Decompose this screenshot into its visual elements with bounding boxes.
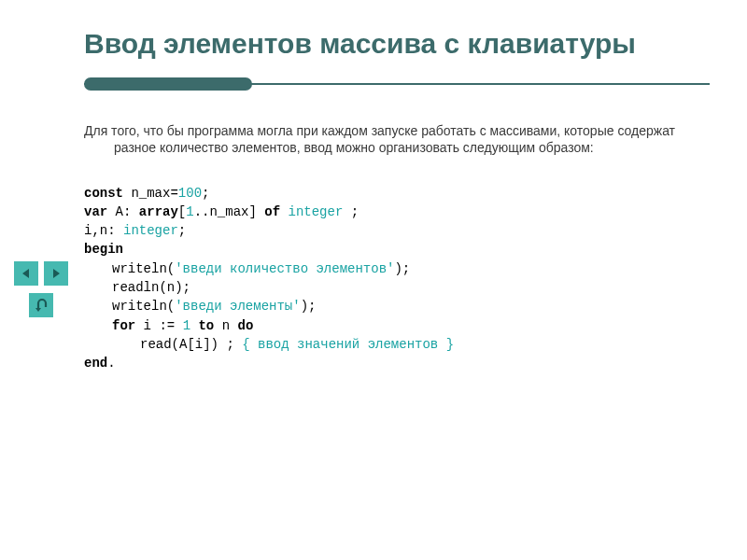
svg-marker-2 xyxy=(35,308,41,312)
arrow-left-icon xyxy=(20,267,33,280)
nav-controls xyxy=(13,261,69,317)
title-underline xyxy=(84,77,710,91)
arrow-right-icon xyxy=(49,267,63,280)
svg-marker-1 xyxy=(53,269,60,278)
code-block: const n_max=100; var A: array[1..n_max] … xyxy=(84,164,710,372)
slide-title: Ввод элементов массива с клавиатуры xyxy=(84,28,710,61)
u-turn-icon xyxy=(34,298,49,313)
nav-prev-button[interactable] xyxy=(14,261,38,286)
nav-home-button[interactable] xyxy=(29,293,53,317)
nav-next-button[interactable] xyxy=(44,261,68,286)
svg-marker-0 xyxy=(22,269,29,278)
intro-text: Для того, что бы программа могла при каж… xyxy=(84,122,710,158)
